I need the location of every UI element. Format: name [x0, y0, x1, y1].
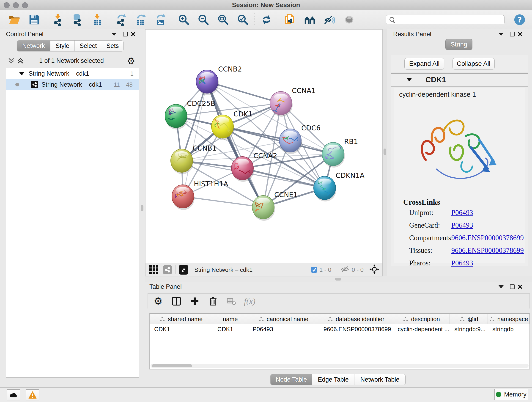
collapse-all-icon[interactable] [8, 57, 15, 64]
section-expander-icon[interactable] [406, 78, 412, 81]
refresh-icon[interactable] [260, 13, 273, 26]
tab-style[interactable]: Style [51, 41, 75, 51]
table-cell[interactable]: stringdb:9... [450, 324, 488, 334]
network-node-ccnb2[interactable]: CCNB2 [196, 65, 242, 95]
tab-string[interactable]: String [445, 39, 472, 50]
grid-view-icon[interactable] [149, 264, 159, 275]
export-table-icon[interactable] [134, 13, 147, 26]
crosslink-row: GeneCard:P06493 [394, 221, 526, 232]
network-node-ccne1[interactable]: CCNE1 [252, 191, 298, 221]
splitter-grip[interactable] [384, 148, 386, 155]
import-network-icon[interactable] [51, 13, 64, 26]
delete-table-icon[interactable] [226, 296, 237, 306]
export-network-icon[interactable] [114, 13, 127, 26]
zoom-in-icon[interactable] [177, 13, 190, 26]
panel-close-icon[interactable] [517, 32, 523, 37]
column-header-description[interactable]: description [393, 314, 450, 324]
panel-menu-icon[interactable] [498, 284, 504, 289]
collapse-all-button[interactable]: Collapse All [452, 58, 495, 70]
search-input[interactable] [386, 15, 505, 24]
panel-menu-icon[interactable] [498, 32, 504, 37]
tab-select[interactable]: Select [75, 41, 102, 51]
protein-structure-image [415, 103, 504, 194]
column-header-name[interactable]: name [213, 314, 248, 324]
tab-edge-table[interactable]: Edge Table [312, 374, 355, 385]
splitter-grip[interactable] [335, 278, 341, 281]
zoom-selected-icon[interactable] [236, 13, 249, 26]
table-cell[interactable]: P06493 [248, 324, 319, 334]
add-column-icon[interactable] [190, 296, 200, 306]
cloud-icon[interactable] [7, 389, 20, 400]
network-node-rb1[interactable]: RB1 [322, 138, 358, 167]
column-header-namespace[interactable]: namespace [488, 314, 530, 324]
column-header-canonical-name[interactable]: canonical name [248, 314, 319, 324]
crosslink-link-tissues[interactable]: 9606.ENSP00000378699 [451, 246, 524, 255]
column-header-database-identifier[interactable]: database identifier [319, 314, 393, 324]
tab-network-table[interactable]: Network Table [355, 374, 405, 385]
node-label-hist1h1a: HIST1H1A [194, 180, 228, 188]
birdseye-view-icon[interactable] [179, 265, 188, 274]
horizontal-scrollbar[interactable] [151, 364, 529, 368]
panel-float-icon[interactable] [123, 32, 128, 37]
table-cell[interactable]: stringdb [488, 324, 530, 334]
fit-selected-crosshair-icon[interactable] [370, 264, 379, 275]
crosslink-link-genecard[interactable]: P06493 [451, 221, 473, 230]
expand-all-button[interactable]: Expand All [404, 58, 444, 70]
tab-sets[interactable]: Sets [102, 41, 123, 51]
manage-columns-icon[interactable] [171, 296, 182, 306]
network-options-gear-icon[interactable]: ⚙ [127, 56, 135, 66]
network-node-hist1h1a[interactable]: HIST1H1A [172, 180, 228, 210]
selected-checkbox[interactable] [311, 267, 317, 273]
function-builder-icon[interactable]: f(x) [244, 296, 255, 306]
import-database-icon[interactable] [71, 13, 84, 26]
tab-node-table[interactable]: Node Table [271, 374, 312, 385]
table-cell[interactable]: 9606.ENSP00000378699 [319, 324, 393, 334]
table-cell[interactable]: CDK1 [150, 324, 213, 334]
export-image-icon[interactable] [153, 13, 167, 26]
network-row-selected[interactable]: String Network – cdk1 11 48 [6, 79, 139, 90]
warning-icon[interactable] [26, 389, 39, 400]
collection-expander-icon[interactable] [19, 72, 25, 75]
table-cell[interactable]: cyclin-dependent ... [393, 324, 450, 334]
delete-column-icon[interactable] [208, 296, 218, 306]
toolbar-group [51, 13, 104, 26]
crosslink-link-uniprot[interactable]: P06493 [451, 209, 473, 217]
network-node-cdkn1a[interactable]: CDKN1A [314, 172, 365, 201]
window-title: Session: New Session [0, 0, 532, 10]
network-overview-icon[interactable] [303, 13, 317, 26]
network-edge-CCNB2-HIST1H1A[interactable] [183, 82, 207, 196]
toolbar-separator [254, 13, 255, 26]
open-session-icon[interactable] [8, 13, 21, 26]
save-session-icon[interactable] [27, 13, 41, 26]
zoom-fit-icon[interactable] [216, 13, 230, 26]
memory-button[interactable]: Memory [494, 389, 528, 400]
zoom-out-icon[interactable] [197, 13, 210, 26]
panel-float-icon[interactable] [510, 32, 515, 37]
import-table-icon[interactable] [90, 13, 104, 26]
network-edge-HIST1H1A-CCNE1[interactable] [183, 196, 263, 207]
column-header--id[interactable]: @id [450, 314, 488, 324]
string-view-badge-icon[interactable] [163, 265, 172, 274]
network-collection-row[interactable]: String Network – cdk1 1 [6, 68, 139, 79]
hide-selected-icon[interactable] [323, 13, 336, 26]
tab-network[interactable]: Network [17, 41, 51, 51]
network-node-ccna1[interactable]: CCNA1 [270, 87, 316, 117]
panel-float-icon[interactable] [510, 284, 515, 289]
table-row[interactable]: CDK1CDK1P064939606.ENSP00000378699cyclin… [150, 324, 530, 334]
column-header-shared-name[interactable]: shared name [150, 314, 213, 324]
panel-menu-icon[interactable] [111, 32, 117, 37]
splitter-grip[interactable] [141, 205, 143, 211]
panel-close-icon[interactable] [517, 284, 523, 289]
protein-section-header[interactable]: CDK1 [391, 74, 528, 87]
crosslink-link-compartments[interactable]: 9606.ENSP00000378699 [451, 234, 524, 242]
scrollbar-thumb[interactable] [152, 364, 192, 367]
network-graph[interactable]: CCNB2CCNA1CDC25BCDK1CDC6RB1CCNB1CCNA2CDK… [146, 30, 382, 263]
crosslink-link-pharos[interactable]: P06493 [451, 259, 473, 267]
show-hidden-icon[interactable] [342, 13, 356, 26]
table-cell[interactable]: CDK1 [213, 324, 248, 334]
panel-close-icon[interactable] [130, 32, 136, 37]
clone-network-icon[interactable] [283, 13, 297, 26]
network-view-canvas[interactable]: CCNB2CCNA1CDC25BCDK1CDC6RB1CCNB1CCNA2CDK… [145, 29, 383, 263]
help-icon[interactable]: ? [514, 14, 526, 26]
table-settings-gear-icon[interactable]: ⚙ [153, 296, 163, 306]
